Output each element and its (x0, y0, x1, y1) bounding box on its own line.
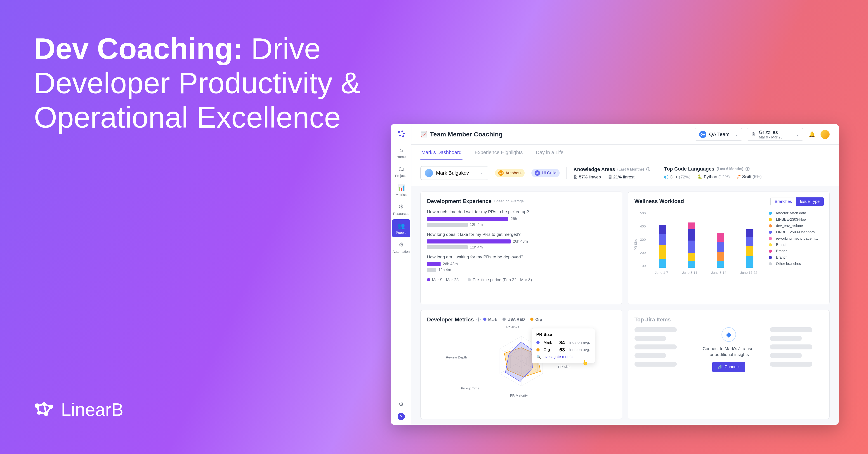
people-icon: 👥 (398, 222, 405, 229)
magnify-icon: 🔍 (536, 355, 541, 359)
automation-icon: ⚙ (399, 241, 404, 248)
help-icon[interactable]: ⓘ (745, 166, 749, 172)
top-languages: Top Code Languages (Last 6 Months) ⓘ Ⓒ C… (664, 166, 762, 180)
investigate-metric-link[interactable]: 🔍Investigate metric (536, 355, 590, 359)
svg-point-9 (402, 135, 404, 137)
metric-tooltip: PR Size Mark34lines on avg.Org63lines on… (532, 328, 595, 363)
tab-experience-highlights[interactable]: Experience Highlights (474, 145, 524, 160)
projects-icon: 🗂 (398, 165, 404, 172)
sidenav: ⌂Home 🗂Projects 📊Metrics ❄Resources 👥Peo… (391, 124, 411, 425)
tab-day-in-life[interactable]: Day in a Life (535, 145, 564, 160)
svg-point-8 (399, 135, 401, 136)
svg-point-6 (401, 131, 403, 132)
sidenav-item-home[interactable]: ⌂Home (392, 143, 410, 162)
sidenav-item-metrics[interactable]: 📊Metrics (392, 182, 410, 199)
toggle-issue-type[interactable]: Issue Type (796, 197, 824, 206)
tab-marks-dashboard[interactable]: Mark's Dashboard (421, 145, 463, 160)
info-bar: Mark Bulgakov ⌄ AU Autobots UI UI Guild … (411, 160, 839, 186)
resources-icon: ❄ (399, 203, 404, 210)
pill-uiguild[interactable]: UI UI Guild (531, 169, 560, 177)
wellness-chart: PR Size 500400300200100 June 1-7June 8-1… (634, 211, 765, 274)
svg-marker-18 (505, 342, 534, 382)
jira-icon: ◆ (721, 327, 736, 342)
tabs: Mark's Dashboard Experience Highlights D… (411, 144, 839, 160)
lang-icon: 🕊 (737, 174, 741, 179)
dashboard-window: ⌂Home 🗂Projects 📊Metrics ❄Resources 👥Peo… (391, 124, 839, 425)
svg-point-5 (398, 131, 400, 133)
date-range-selector[interactable]: 🗓 Grizzlies Mar 9 - Mar 23 ⌄ (747, 128, 803, 141)
settings-icon[interactable]: ⚙ (397, 400, 405, 409)
database-icon: 🗄 (574, 174, 578, 179)
chevron-down-icon: ⌄ (796, 132, 799, 137)
card-developer-metrics: Developer Metrics ⓘ MarkUSA R&DOrg (421, 310, 622, 419)
wellness-toggle: Branches Issue Type (770, 197, 824, 206)
help-icon[interactable]: ⓘ (646, 167, 650, 172)
linearb-logo-icon (34, 402, 54, 418)
home-icon: ⌂ (399, 147, 403, 153)
connect-button[interactable]: 🔗Connect (712, 362, 745, 372)
topbar: 📈 Team Member Coaching QA QA Team ⌄ 🗓 Gr… (411, 124, 839, 144)
sidenav-item-automation[interactable]: ⚙Automation (392, 238, 410, 256)
jira-skeleton (634, 327, 688, 372)
brand-block: LinearB (34, 399, 123, 420)
card-development-experience: Development Experience Based on Average … (421, 192, 622, 304)
link-icon: 🔗 (718, 364, 723, 369)
help-icon[interactable]: ⓘ (476, 317, 480, 322)
wellness-legend: refactor: fetch dataLINBEE-2303-klowdev_… (764, 211, 823, 274)
svg-point-7 (403, 133, 405, 134)
cursor-icon: 👆 (582, 360, 588, 366)
team-badge: QA (699, 131, 706, 138)
lang-icon: 🐍 (697, 174, 703, 179)
sidenav-item-resources[interactable]: ❄Resources (392, 200, 410, 219)
card-top-jira-items: Top Jira Items ◆ Connect to Mark's Jira … (628, 310, 830, 419)
bell-icon[interactable]: 🔔 (808, 130, 816, 138)
chevron-down-icon: ⌄ (735, 132, 738, 137)
calendar-icon: 🗓 (751, 131, 756, 137)
person-avatar (425, 169, 433, 177)
metrics-icon: 📊 (398, 184, 405, 191)
brand-name: LinearB (61, 399, 123, 420)
card-wellness-workload: Wellness Workload Branches Issue Type PR… (628, 192, 830, 304)
sidenav-logo-icon (397, 130, 405, 138)
database-icon: 🗄 (608, 174, 612, 179)
help-icon[interactable]: ? (398, 413, 405, 420)
pill-autobots[interactable]: AU Autobots (495, 169, 525, 177)
toggle-branches[interactable]: Branches (771, 197, 796, 206)
jira-skeleton (770, 327, 823, 372)
team-selector[interactable]: QA QA Team ⌄ (695, 128, 742, 141)
sidenav-item-projects[interactable]: 🗂Projects (392, 162, 410, 181)
page-title: 📈 Team Member Coaching (421, 131, 503, 138)
chevron-down-icon: ⌄ (480, 170, 484, 175)
hero-title: Dev Coaching: Drive Developer Productivi… (34, 32, 396, 134)
coaching-icon: 📈 (421, 131, 427, 137)
knowledge-areas: Knowledge Areas (Last 6 Months) ⓘ 🗄 57% … (574, 166, 650, 180)
sidenav-item-people[interactable]: 👥People (392, 219, 410, 237)
lang-icon: Ⓒ (664, 174, 669, 179)
user-avatar[interactable] (820, 130, 830, 139)
person-selector[interactable]: Mark Bulgakov ⌄ (421, 166, 488, 180)
